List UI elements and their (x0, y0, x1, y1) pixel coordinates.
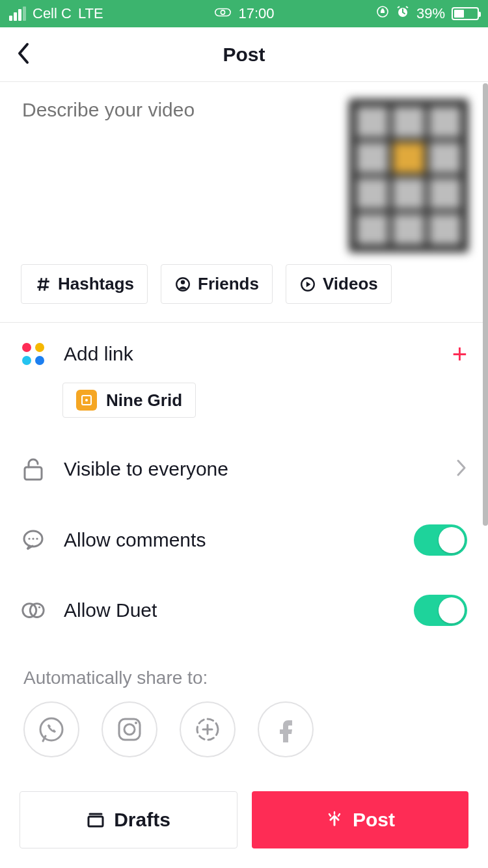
duet-icon (21, 601, 46, 620)
share-icons-row (0, 701, 488, 757)
allow-duet-row: Allow Duet (0, 575, 488, 645)
signal-icon (9, 7, 26, 21)
allow-comments-toggle[interactable] (414, 524, 467, 556)
network-label: LTE (78, 5, 103, 22)
template-icon (76, 390, 97, 411)
auto-share-label: Automatically share to: (0, 645, 488, 701)
svg-rect-7 (25, 467, 42, 480)
clock-label: 17:00 (238, 5, 274, 22)
battery-pct-label: 39% (416, 5, 445, 22)
allow-duet-label: Allow Duet (64, 599, 396, 621)
allow-comments-label: Allow comments (64, 529, 396, 551)
add-link-label: Add link (64, 343, 434, 365)
svg-point-10 (32, 537, 34, 539)
bottom-actions: Drafts Post (0, 791, 488, 848)
compose-area (0, 82, 488, 252)
comments-icon (21, 528, 46, 552)
page-title: Post (223, 44, 265, 66)
scrollbar[interactable] (483, 83, 488, 526)
share-stories-button[interactable] (180, 701, 236, 757)
svg-point-11 (36, 537, 38, 539)
status-center: 17:00 (213, 5, 274, 22)
template-chip[interactable]: Nine Grid (62, 383, 196, 418)
videos-label: Videos (323, 274, 378, 294)
svg-point-14 (38, 606, 40, 608)
chevron-right-icon (455, 458, 467, 480)
svg-point-6 (85, 399, 88, 401)
alarm-icon (396, 5, 410, 23)
status-left: Cell C LTE (9, 5, 103, 22)
drafts-icon (87, 811, 105, 829)
post-icon (325, 811, 344, 829)
template-label: Nine Grid (106, 390, 182, 411)
orientation-lock-icon (376, 5, 389, 22)
hotspot-icon (213, 5, 232, 22)
svg-point-18 (135, 722, 137, 724)
hashtags-label: Hashtags (58, 274, 134, 294)
videos-button[interactable]: Videos (286, 264, 392, 304)
svg-point-17 (124, 724, 135, 735)
allow-comments-row: Allow comments (0, 505, 488, 575)
nav-header: Post (0, 27, 488, 82)
share-facebook-button[interactable] (258, 701, 314, 757)
post-button[interactable]: Post (252, 791, 468, 848)
add-link-row[interactable]: Add link + (0, 323, 488, 385)
carrier-label: Cell C (33, 5, 72, 22)
unlock-icon (21, 457, 46, 481)
friends-label: Friends (198, 274, 259, 294)
video-thumbnail[interactable] (349, 99, 468, 252)
privacy-label: Visible to everyone (64, 458, 437, 480)
status-right: 39% (376, 5, 479, 23)
back-button[interactable] (16, 42, 30, 68)
allow-duet-toggle[interactable] (414, 595, 467, 626)
friends-button[interactable]: Friends (161, 264, 273, 304)
drafts-label: Drafts (114, 809, 170, 831)
post-label: Post (353, 809, 395, 831)
share-whatsapp-button[interactable] (23, 701, 79, 757)
svg-point-3 (181, 280, 185, 284)
hashtags-button[interactable]: Hashtags (21, 264, 148, 304)
battery-icon (452, 7, 479, 20)
privacy-row[interactable]: Visible to everyone (0, 433, 488, 505)
drafts-button[interactable]: Drafts (20, 791, 237, 848)
fourdots-icon (21, 343, 46, 365)
share-instagram-button[interactable] (102, 701, 157, 757)
caption-input[interactable] (22, 99, 333, 229)
svg-rect-20 (88, 817, 103, 826)
quick-insert-row: Hashtags Friends Videos (0, 252, 488, 322)
add-link-plus-button[interactable]: + (452, 341, 467, 367)
svg-point-9 (28, 537, 30, 539)
status-bar: Cell C LTE 17:00 39% (0, 0, 488, 27)
